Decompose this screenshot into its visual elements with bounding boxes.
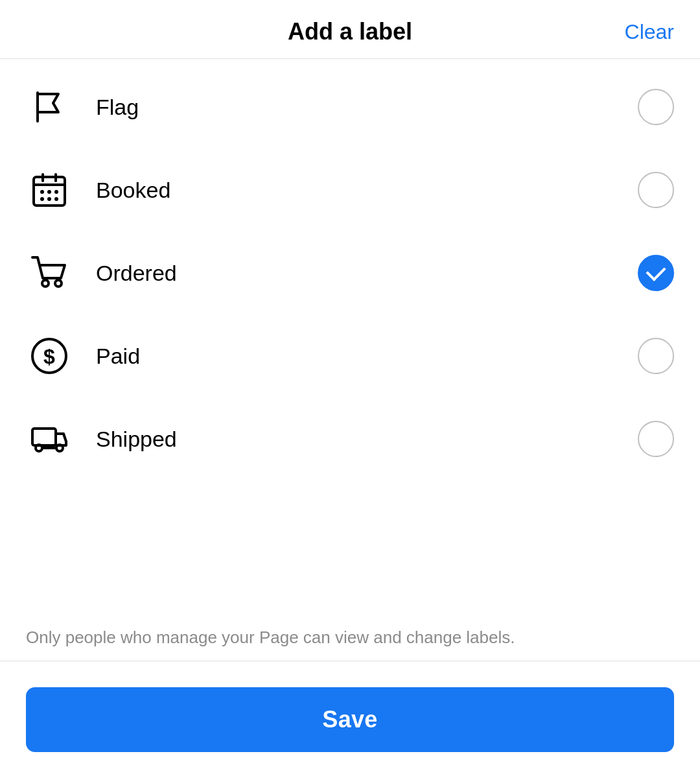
save-section: Save [0,674,700,778]
ordered-label: Ordered [96,261,177,286]
dollar-icon: $ [26,333,73,379]
label-item-ordered[interactable]: Ordered [0,231,700,314]
shipped-radio[interactable] [638,421,674,457]
svg-point-7 [40,197,44,201]
header: Add a label Clear [0,0,700,59]
footer-note: Only people who manage your Page can vie… [0,621,700,661]
svg-point-15 [36,445,42,451]
svg-rect-14 [32,429,56,445]
svg-point-11 [55,280,62,287]
shipped-label: Shipped [96,427,177,452]
label-item-flag[interactable]: Flag [0,65,700,148]
cart-icon [26,250,73,296]
flag-icon [26,84,73,130]
svg-point-4 [40,190,44,194]
flag-radio[interactable] [638,89,674,125]
svg-point-9 [54,197,58,201]
page-title: Add a label [288,18,412,45]
calendar-icon [26,167,73,213]
svg-point-16 [56,445,63,451]
clear-button[interactable]: Clear [625,20,674,44]
flag-label: Flag [96,95,139,120]
divider [0,661,700,661]
paid-radio[interactable] [638,338,674,374]
booked-radio[interactable] [638,172,674,208]
save-button[interactable]: Save [26,687,674,752]
svg-point-5 [47,190,51,194]
svg-text:$: $ [43,345,55,368]
ordered-radio[interactable] [638,255,674,291]
svg-point-10 [42,280,49,287]
label-item-booked[interactable]: Booked [0,148,700,231]
label-item-paid[interactable]: $ Paid [0,314,700,397]
svg-point-8 [47,197,51,201]
label-item-shipped[interactable]: Shipped [0,397,700,480]
label-list: Flag Booked [0,59,700,621]
booked-label: Booked [96,178,170,203]
paid-label: Paid [96,344,140,369]
truck-icon [26,416,73,462]
svg-point-6 [54,190,58,194]
